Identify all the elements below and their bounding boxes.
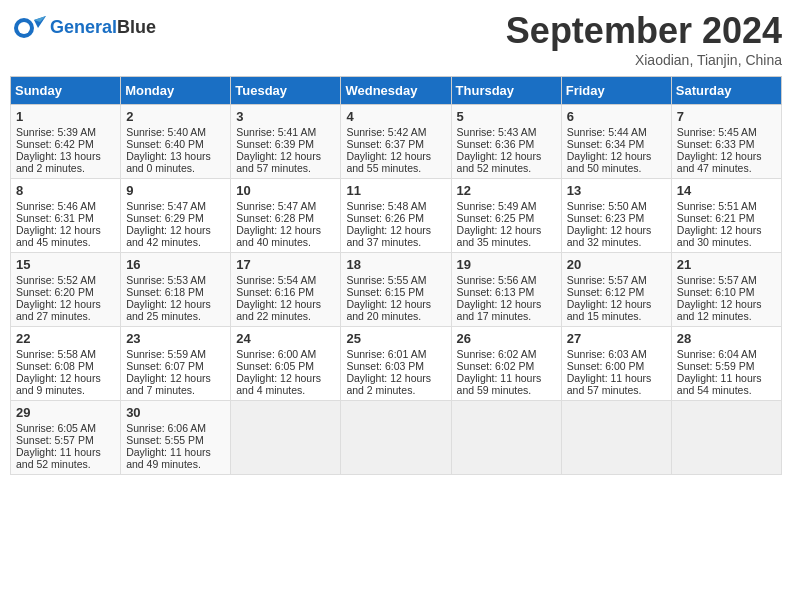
day-info: Sunset: 6:03 PM <box>346 360 445 372</box>
calendar-cell: 29Sunrise: 6:05 AMSunset: 5:57 PMDayligh… <box>11 401 121 475</box>
day-info: Sunset: 5:59 PM <box>677 360 776 372</box>
logo-general: General <box>50 17 117 37</box>
calendar-cell: 11Sunrise: 5:48 AMSunset: 6:26 PMDayligh… <box>341 179 451 253</box>
day-number: 11 <box>346 183 445 198</box>
calendar-cell: 5Sunrise: 5:43 AMSunset: 6:36 PMDaylight… <box>451 105 561 179</box>
day-info: Sunrise: 5:44 AM <box>567 126 666 138</box>
day-info: and 12 minutes. <box>677 310 776 322</box>
calendar-cell: 12Sunrise: 5:49 AMSunset: 6:25 PMDayligh… <box>451 179 561 253</box>
weekday-header-row: SundayMondayTuesdayWednesdayThursdayFrid… <box>11 77 782 105</box>
calendar-cell: 13Sunrise: 5:50 AMSunset: 6:23 PMDayligh… <box>561 179 671 253</box>
calendar-cell <box>561 401 671 475</box>
day-number: 7 <box>677 109 776 124</box>
day-info: Sunrise: 5:51 AM <box>677 200 776 212</box>
day-number: 4 <box>346 109 445 124</box>
calendar-cell: 30Sunrise: 6:06 AMSunset: 5:55 PMDayligh… <box>121 401 231 475</box>
weekday-header-cell: Friday <box>561 77 671 105</box>
day-info: and 52 minutes. <box>457 162 556 174</box>
day-info: Daylight: 11 hours <box>126 446 225 458</box>
day-info: Daylight: 12 hours <box>677 224 776 236</box>
day-info: Sunrise: 5:55 AM <box>346 274 445 286</box>
day-number: 13 <box>567 183 666 198</box>
day-info: Sunrise: 5:47 AM <box>236 200 335 212</box>
weekday-header-cell: Sunday <box>11 77 121 105</box>
day-number: 29 <box>16 405 115 420</box>
weekday-header-cell: Wednesday <box>341 77 451 105</box>
calendar-cell <box>231 401 341 475</box>
calendar-cell: 28Sunrise: 6:04 AMSunset: 5:59 PMDayligh… <box>671 327 781 401</box>
day-info: Sunrise: 5:46 AM <box>16 200 115 212</box>
page-header: GeneralBlue September 2024 Xiaodian, Tia… <box>10 10 782 68</box>
day-info: and 37 minutes. <box>346 236 445 248</box>
calendar-cell: 20Sunrise: 5:57 AMSunset: 6:12 PMDayligh… <box>561 253 671 327</box>
day-info: Sunset: 6:16 PM <box>236 286 335 298</box>
day-info: Sunset: 6:36 PM <box>457 138 556 150</box>
day-info: and 15 minutes. <box>567 310 666 322</box>
day-number: 27 <box>567 331 666 346</box>
day-info: Daylight: 12 hours <box>457 298 556 310</box>
day-number: 14 <box>677 183 776 198</box>
calendar-cell: 24Sunrise: 6:00 AMSunset: 6:05 PMDayligh… <box>231 327 341 401</box>
day-info: Sunrise: 6:03 AM <box>567 348 666 360</box>
day-number: 21 <box>677 257 776 272</box>
day-info: Daylight: 12 hours <box>236 224 335 236</box>
day-info: Sunset: 6:18 PM <box>126 286 225 298</box>
calendar-cell: 27Sunrise: 6:03 AMSunset: 6:00 PMDayligh… <box>561 327 671 401</box>
location-subtitle: Xiaodian, Tianjin, China <box>506 52 782 68</box>
day-info: Sunset: 6:40 PM <box>126 138 225 150</box>
day-info: and 52 minutes. <box>16 458 115 470</box>
day-info: Sunrise: 5:56 AM <box>457 274 556 286</box>
calendar-week-row: 1Sunrise: 5:39 AMSunset: 6:42 PMDaylight… <box>11 105 782 179</box>
day-info: and 49 minutes. <box>126 458 225 470</box>
day-info: Sunset: 5:55 PM <box>126 434 225 446</box>
day-info: Sunrise: 6:06 AM <box>126 422 225 434</box>
logo-icon <box>10 10 46 46</box>
day-number: 8 <box>16 183 115 198</box>
day-info: Daylight: 12 hours <box>567 224 666 236</box>
day-info: Sunset: 5:57 PM <box>16 434 115 446</box>
day-info: Sunrise: 6:00 AM <box>236 348 335 360</box>
calendar-cell: 3Sunrise: 5:41 AMSunset: 6:39 PMDaylight… <box>231 105 341 179</box>
calendar-table: SundayMondayTuesdayWednesdayThursdayFrid… <box>10 76 782 475</box>
day-info: Sunset: 6:07 PM <box>126 360 225 372</box>
day-info: Sunset: 6:33 PM <box>677 138 776 150</box>
day-number: 30 <box>126 405 225 420</box>
day-info: and 35 minutes. <box>457 236 556 248</box>
day-number: 26 <box>457 331 556 346</box>
day-info: Daylight: 11 hours <box>457 372 556 384</box>
day-info: and 59 minutes. <box>457 384 556 396</box>
day-info: and 32 minutes. <box>567 236 666 248</box>
calendar-cell <box>451 401 561 475</box>
day-info: Daylight: 12 hours <box>567 298 666 310</box>
day-info: Daylight: 12 hours <box>457 150 556 162</box>
day-info: Sunset: 6:37 PM <box>346 138 445 150</box>
day-number: 6 <box>567 109 666 124</box>
calendar-cell: 15Sunrise: 5:52 AMSunset: 6:20 PMDayligh… <box>11 253 121 327</box>
day-info: Sunset: 6:10 PM <box>677 286 776 298</box>
day-info: Sunrise: 5:41 AM <box>236 126 335 138</box>
day-info: Sunrise: 5:53 AM <box>126 274 225 286</box>
day-info: Daylight: 12 hours <box>346 298 445 310</box>
day-info: Daylight: 12 hours <box>236 298 335 310</box>
day-info: Daylight: 12 hours <box>346 372 445 384</box>
day-info: Sunset: 6:34 PM <box>567 138 666 150</box>
day-info: and 54 minutes. <box>677 384 776 396</box>
day-number: 20 <box>567 257 666 272</box>
day-number: 10 <box>236 183 335 198</box>
day-info: Sunrise: 6:04 AM <box>677 348 776 360</box>
day-info: and 25 minutes. <box>126 310 225 322</box>
day-info: Sunset: 6:26 PM <box>346 212 445 224</box>
day-number: 22 <box>16 331 115 346</box>
day-info: Daylight: 13 hours <box>16 150 115 162</box>
calendar-cell: 1Sunrise: 5:39 AMSunset: 6:42 PMDaylight… <box>11 105 121 179</box>
day-info: and 55 minutes. <box>346 162 445 174</box>
day-info: Sunset: 6:13 PM <box>457 286 556 298</box>
day-number: 25 <box>346 331 445 346</box>
day-info: Daylight: 12 hours <box>677 298 776 310</box>
day-info: Sunset: 6:08 PM <box>16 360 115 372</box>
day-number: 28 <box>677 331 776 346</box>
day-number: 17 <box>236 257 335 272</box>
day-info: Daylight: 13 hours <box>126 150 225 162</box>
day-info: Daylight: 12 hours <box>236 372 335 384</box>
day-info: and 42 minutes. <box>126 236 225 248</box>
